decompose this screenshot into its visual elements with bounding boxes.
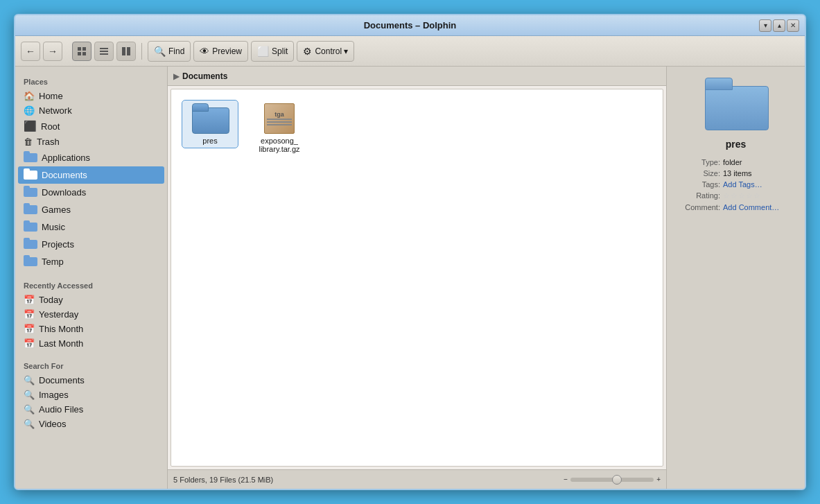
svg-rect-4 bbox=[100, 48, 108, 49]
main-window: Documents – Dolphin ▾ ▴ ✕ ← → bbox=[14, 14, 806, 490]
restore-button[interactable]: ▴ bbox=[773, 19, 785, 32]
preview-button[interactable]: 👁 Preview bbox=[193, 41, 248, 62]
panel-rating-stars[interactable]: ☆ ☆ ☆ ☆ ☆ bbox=[723, 191, 760, 200]
trash-icon: 🗑 bbox=[24, 137, 33, 147]
panel-comment-link[interactable]: Add Comment… bbox=[723, 203, 779, 211]
svg-rect-7 bbox=[122, 47, 125, 55]
star-1[interactable]: ☆ bbox=[723, 191, 730, 200]
back-button[interactable]: ← bbox=[21, 42, 40, 61]
file-item-exposong[interactable]: tga exposong_library.tar.gz bbox=[252, 101, 307, 156]
star-3[interactable]: ☆ bbox=[738, 191, 745, 200]
close-button[interactable]: ✕ bbox=[787, 19, 799, 32]
svg-rect-0 bbox=[78, 47, 81, 51]
sidebar-item-last-month[interactable]: 📅 Last Month bbox=[15, 336, 167, 351]
exposong-file-label: exposong_library.tar.gz bbox=[259, 137, 299, 153]
panel-rating-row: Rating: ☆ ☆ ☆ ☆ ☆ bbox=[675, 191, 796, 200]
status-bar: 5 Folders, 19 Files (21.5 MiB) − + bbox=[168, 469, 666, 489]
panel-size-row: Size: 13 items bbox=[675, 169, 796, 177]
panel-tags-link[interactable]: Add Tags… bbox=[723, 180, 762, 189]
panel-type-row: Type: folder bbox=[675, 158, 796, 166]
star-5[interactable]: ☆ bbox=[753, 191, 760, 200]
sidebar-item-home[interactable]: 🏠 Home bbox=[15, 89, 167, 103]
sidebar-search-audio[interactable]: 🔍 Audio Files bbox=[15, 402, 167, 417]
breadcrumb-current[interactable]: Documents bbox=[182, 71, 227, 81]
zoom-control: − + bbox=[564, 476, 661, 483]
sidebar-item-downloads[interactable]: Downloads bbox=[15, 184, 167, 201]
zoom-slider[interactable] bbox=[570, 478, 654, 482]
panel-name: pres bbox=[726, 139, 747, 150]
split-label: Split bbox=[272, 46, 288, 56]
minimize-button[interactable]: ▾ bbox=[759, 19, 771, 32]
today-icon: 📅 bbox=[24, 295, 35, 305]
view-icons-button[interactable] bbox=[72, 42, 91, 61]
view-compact-button[interactable] bbox=[116, 42, 136, 61]
network-icon: 🌐 bbox=[24, 105, 35, 116]
content-area: Places 🏠 Home 🌐 Network ⬛ Root 🗑 Trash bbox=[15, 67, 805, 489]
projects-folder-icon bbox=[24, 238, 37, 251]
sidebar-item-root[interactable]: ⬛ Root bbox=[15, 118, 167, 134]
panel-comment-row: Comment: Add Comment… bbox=[675, 203, 796, 211]
zoom-out-icon[interactable]: − bbox=[564, 476, 568, 483]
sidebar: Places 🏠 Home 🌐 Network ⬛ Root 🗑 Trash bbox=[15, 67, 168, 489]
home-icon: 🏠 bbox=[24, 91, 35, 101]
sidebar-item-documents[interactable]: Documents bbox=[18, 166, 164, 184]
file-item-pres[interactable]: pres bbox=[182, 101, 238, 148]
panel-type-label: Type: bbox=[675, 158, 720, 166]
search-documents-icon: 🔍 bbox=[24, 375, 35, 385]
yesterday-icon: 📅 bbox=[24, 309, 35, 320]
control-label: Control ▾ bbox=[315, 46, 348, 56]
sidebar-item-temp[interactable]: Temp bbox=[15, 253, 167, 270]
temp-folder-icon bbox=[24, 255, 37, 268]
zoom-in-icon[interactable]: + bbox=[656, 476, 661, 483]
panel-size-label: Size: bbox=[675, 169, 720, 177]
sidebar-search-documents[interactable]: 🔍 Documents bbox=[15, 373, 167, 388]
sidebar-item-games[interactable]: Games bbox=[15, 201, 167, 218]
forward-button[interactable]: → bbox=[43, 42, 62, 61]
split-button[interactable]: ⬜ Split bbox=[251, 41, 294, 62]
sidebar-item-applications[interactable]: Applications bbox=[15, 149, 167, 166]
panel-comment-label: Comment: bbox=[675, 203, 720, 211]
sidebar-item-network[interactable]: 🌐 Network bbox=[15, 103, 167, 118]
toolbar: ← → 🔍 Find bbox=[15, 36, 805, 67]
svg-rect-1 bbox=[82, 47, 86, 51]
find-label: Find bbox=[168, 46, 184, 56]
control-icon: ⚙ bbox=[303, 46, 312, 57]
panel-tags-label: Tags: bbox=[675, 180, 720, 189]
pres-folder-icon bbox=[192, 103, 228, 134]
music-folder-icon bbox=[24, 220, 37, 234]
sidebar-search-images[interactable]: 🔍 Images bbox=[15, 388, 167, 402]
find-icon: 🔍 bbox=[154, 46, 166, 57]
control-button[interactable]: ⚙ Control ▾ bbox=[297, 41, 354, 62]
documents-folder-icon bbox=[24, 168, 37, 182]
separator-1 bbox=[141, 43, 142, 60]
titlebar: Documents – Dolphin ▾ ▴ ✕ bbox=[15, 15, 805, 36]
places-section-label: Places bbox=[15, 72, 167, 89]
sidebar-item-projects[interactable]: Projects bbox=[15, 236, 167, 253]
window-controls: ▾ ▴ ✕ bbox=[759, 19, 799, 32]
preview-icon: 👁 bbox=[200, 46, 209, 57]
pres-file-label: pres bbox=[202, 137, 217, 145]
status-info: 5 Folders, 19 Files (21.5 MiB) bbox=[173, 476, 273, 484]
search-section-label: Search For bbox=[15, 356, 167, 373]
sidebar-item-yesterday[interactable]: 📅 Yesterday bbox=[15, 307, 167, 322]
panel-info: Type: folder Size: 13 items Tags: Add Ta… bbox=[675, 158, 796, 214]
sidebar-item-today[interactable]: 📅 Today bbox=[15, 293, 167, 307]
breadcrumb-arrow: ▶ bbox=[173, 71, 180, 81]
split-icon: ⬜ bbox=[257, 46, 269, 57]
panel-folder-shadow bbox=[708, 90, 770, 133]
star-2[interactable]: ☆ bbox=[731, 191, 738, 200]
sidebar-search-videos[interactable]: 🔍 Videos bbox=[15, 417, 167, 431]
this-month-icon: 📅 bbox=[24, 324, 35, 334]
find-button[interactable]: 🔍 Find bbox=[148, 41, 191, 62]
sidebar-item-this-month[interactable]: 📅 This Month bbox=[15, 322, 167, 336]
sidebar-item-trash[interactable]: 🗑 Trash bbox=[15, 134, 167, 149]
svg-rect-2 bbox=[78, 52, 81, 55]
svg-rect-6 bbox=[100, 53, 108, 55]
file-view: pres tga exposong_library.tar.gz bbox=[171, 89, 663, 467]
view-details-button[interactable] bbox=[94, 42, 114, 61]
root-icon: ⬛ bbox=[24, 120, 37, 132]
applications-icon bbox=[24, 151, 37, 164]
sidebar-item-music[interactable]: Music bbox=[15, 218, 167, 236]
star-4[interactable]: ☆ bbox=[746, 191, 753, 200]
panel-folder-icon bbox=[705, 78, 767, 130]
